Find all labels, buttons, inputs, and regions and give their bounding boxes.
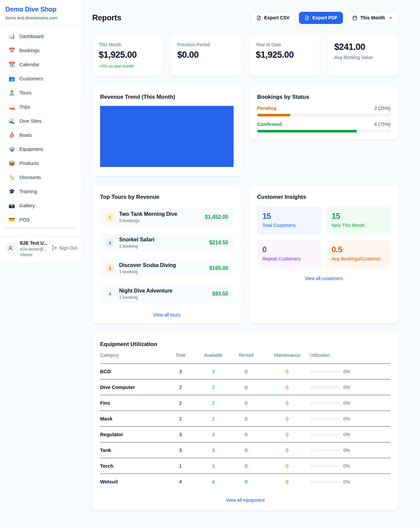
tag-icon: 🏷️ <box>8 174 15 180</box>
sidebar-item-label: Trips <box>19 104 30 110</box>
sidebar-item-bookings[interactable]: 📅 Bookings <box>4 43 78 57</box>
app-root: Demo Dive Shop demo.test.divestreams.com… <box>0 0 420 528</box>
file-download-icon <box>304 15 309 20</box>
sidebar-item-trips[interactable]: 🚤 Trips <box>4 100 78 114</box>
user-name: E2E Test U... <box>20 240 48 246</box>
tour-bookings: 5 bookings <box>119 218 177 223</box>
sidebar-item-dashboard[interactable]: 📊 Dashboard <box>4 29 78 43</box>
export-csv-label: Export CSV <box>264 15 289 20</box>
customer-insights-title: Customer Insights <box>257 194 391 200</box>
export-pdf-button[interactable]: Export PDF <box>299 12 343 24</box>
view-all-equipment-link[interactable]: View all equipment <box>100 498 390 503</box>
tour-amount: $214.50 <box>209 240 228 246</box>
cell-available: 2 <box>199 400 228 406</box>
sidebar-item-dive-sites[interactable]: 🌊 Dive Sites <box>4 114 78 128</box>
cell-total: 3 <box>162 447 199 453</box>
page-title: Reports <box>92 13 121 22</box>
sidebar-item-customers[interactable]: 👥 Customers <box>4 71 78 86</box>
sign-out-button[interactable]: Sign Out <box>52 245 77 251</box>
cell-rented: 0 <box>228 416 264 421</box>
sidebar-item-equipment[interactable]: 🤿 Equipment <box>4 142 78 156</box>
tile-value: 0.5 <box>332 245 385 254</box>
package-icon: 📦 <box>8 160 15 166</box>
utilization-bar <box>310 449 340 452</box>
cell-total: 2 <box>162 416 199 421</box>
stat-card-year-to-date: Year to Date $1,925.00 <box>249 36 320 76</box>
sidebar-item-label: Discounts <box>19 174 41 180</box>
sidebar-item-pos[interactable]: 💳 POS <box>4 213 78 227</box>
cell-total: 4 <box>162 479 199 484</box>
status-label-pending: Pending <box>257 105 277 111</box>
cell-maintenance: 0 <box>264 479 310 484</box>
stat-label: Avg Booking Value <box>334 55 392 60</box>
sidebar-item-gallery[interactable]: 📷 Gallery <box>4 198 78 213</box>
sidebar-item-tours[interactable]: 🏝️ Tours <box>4 86 78 100</box>
top-tours-title: Top Tours by Revenue <box>100 194 234 200</box>
tile-value: 15 <box>332 212 385 221</box>
cell-rented: 0 <box>228 447 264 453</box>
sidebar-item-calendar[interactable]: 📆 Calendar <box>4 57 78 71</box>
cell-total: 2 <box>162 384 199 390</box>
tile-value: 15 <box>262 212 316 221</box>
sidebar-item-label: Gallery <box>19 203 35 208</box>
revenue-trend-chart <box>100 106 234 167</box>
cell-rented: 0 <box>228 400 264 406</box>
utilization-percent: 0% <box>343 448 350 453</box>
cell-maintenance: 0 <box>264 369 310 374</box>
bookings-by-status-card: Bookings by Status Pending 2 (25%) Confi… <box>249 86 399 139</box>
equipment-utilization-title: Equipment Utilization <box>100 341 390 348</box>
sidebar-item-boats[interactable]: ⛵ Boats <box>4 128 78 142</box>
cell-available: 3 <box>199 369 228 374</box>
tour-bookings: 1 booking <box>119 295 172 300</box>
column-header-category: Category <box>100 353 162 358</box>
equipment-table-header: Category Total Available Rented Maintena… <box>100 348 390 363</box>
cell-rented: 0 <box>228 384 264 390</box>
sidebar-item-discounts[interactable]: 🏷️ Discounts <box>4 170 78 184</box>
cell-available: 4 <box>199 479 228 484</box>
table-row: Tank 3 3 0 0 0% <box>100 442 390 458</box>
cell-available: 2 <box>199 416 228 421</box>
cell-rented: 0 <box>228 479 264 484</box>
cell-rented: 0 <box>228 432 264 437</box>
stat-label: Previous Period <box>177 42 235 47</box>
cell-utilization: 0% <box>310 463 390 469</box>
view-all-customers-link[interactable]: View all customers <box>257 276 391 281</box>
graduation-cap-icon: 🎓 <box>8 188 15 194</box>
calendar-date-icon: 📅 <box>8 47 15 53</box>
cell-utilization: 0% <box>310 479 390 484</box>
stat-value: $241.00 <box>334 42 392 52</box>
sidebar-item-training[interactable]: 🎓 Training <box>4 184 78 198</box>
table-row: Mask 2 2 0 0 0% <box>100 411 390 426</box>
cell-maintenance: 0 <box>264 416 310 421</box>
view-all-tours-link[interactable]: View all tours <box>100 312 234 317</box>
sidebar-item-label: Boats <box>19 132 32 138</box>
table-row: Wetsuit 4 4 0 0 0% <box>100 474 390 489</box>
tile-label: New This Month <box>332 223 385 228</box>
stat-label: This Month <box>99 42 156 47</box>
cell-total: 1 <box>162 463 199 469</box>
cell-utilization: 0% <box>310 400 390 406</box>
progress-fill-confirmed <box>257 130 357 132</box>
cell-category: Dive Computer <box>100 384 162 390</box>
status-label-confirmed: Confirmed <box>257 121 282 127</box>
cell-available: 1 <box>199 463 228 469</box>
status-count-pending: 2 (25%) <box>374 106 390 111</box>
cell-utilization: 0% <box>310 416 390 421</box>
sidebar-item-label: Training <box>19 189 37 194</box>
tour-amount: $165.00 <box>209 265 228 271</box>
export-csv-button[interactable]: Export CSV <box>251 12 295 24</box>
people-icon: 👥 <box>8 75 15 82</box>
sidebar-item-products[interactable]: 📦 Products <box>4 156 78 170</box>
speedboat-icon: 🚤 <box>8 104 15 110</box>
cell-utilization: 0% <box>310 448 390 453</box>
tile-repeat-customers: 0 Repeat Customers <box>257 240 321 268</box>
column-header-total: Total <box>162 353 199 358</box>
cell-available: 3 <box>199 432 228 437</box>
sailboat-icon: ⛵ <box>8 132 15 138</box>
stat-value: $1,925.00 <box>99 50 156 60</box>
period-dropdown[interactable]: This Month <box>347 12 398 24</box>
stat-label: Year to Date <box>256 42 313 47</box>
sidebar-active-item-partial[interactable] <box>4 227 78 229</box>
utilization-percent: 0% <box>343 385 350 390</box>
tear-off-calendar-icon: 📆 <box>8 61 15 68</box>
